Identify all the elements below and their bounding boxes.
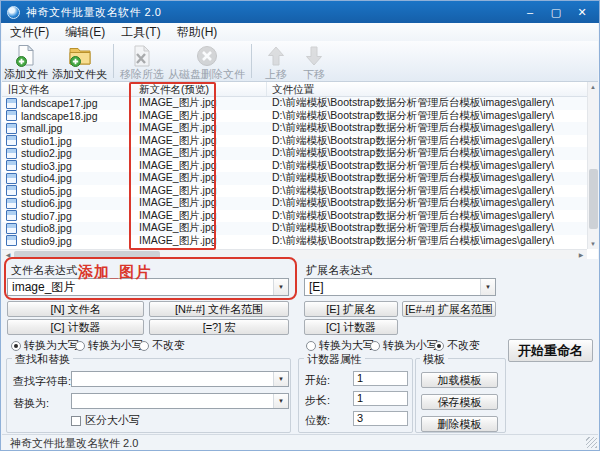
insert-filename-button[interactable]: [N] 文件名 <box>7 301 144 317</box>
minimize-button[interactable]: – <box>517 1 543 23</box>
insert-extension-button[interactable]: [E] 扩展名 <box>304 301 398 317</box>
radio-label: 转换为大写 <box>319 338 374 353</box>
maximize-button[interactable]: ▢ <box>543 1 569 23</box>
image-file-icon <box>6 210 17 221</box>
find-string-value <box>72 372 273 386</box>
counter-group-label: 计数器属性 <box>304 352 365 367</box>
scroll-left-icon[interactable]: ◀ <box>3 250 13 260</box>
toolbar: 添加文件 添加文件夹 移除所选 从磁盘删除文件 上移 <box>2 41 598 82</box>
chevron-down-icon[interactable]: ▼ <box>480 279 495 295</box>
chevron-down-icon[interactable]: ▼ <box>273 279 288 295</box>
table-row[interactable]: studio1.jpg IMAGE_图片.jpg D:\前端模板\Bootstr… <box>2 135 598 148</box>
radio-label: 转换为小写 <box>88 338 143 353</box>
ext-uppercase-radio[interactable]: 转换为大写 <box>306 338 374 353</box>
toolbar-move-down[interactable]: 下移 <box>302 43 326 80</box>
old-file-cell: studio7.jpg <box>2 210 130 222</box>
close-button[interactable]: ✕ <box>569 1 595 23</box>
add-file-icon <box>14 43 38 68</box>
table-row[interactable]: landscape17.jpg IMAGE_图片.jpg D:\前端模板\Boo… <box>2 97 598 110</box>
title-bar[interactable]: 神奇文件批量改名软件 2.0 – ▢ ✕ <box>1 1 599 23</box>
template-group-label: 模板 <box>420 352 448 367</box>
toolbar-label: 添加文件 <box>4 68 48 80</box>
table-row[interactable]: studio5.jpg IMAGE_图片.jpg D:\前端模板\Bootstr… <box>2 185 598 198</box>
ext-lowercase-radio[interactable]: 转换为小写 <box>370 338 438 353</box>
counter-start-input[interactable]: 1 <box>353 371 408 386</box>
replace-with-combo[interactable]: ▼ <box>71 393 289 409</box>
table-row[interactable]: studio3.jpg IMAGE_图片.jpg D:\前端模板\Bootstr… <box>2 160 598 173</box>
insert-filename-range-button[interactable]: [N#-#] 文件名范围 <box>149 301 289 317</box>
col-location[interactable]: 文件位置 <box>267 82 598 96</box>
image-file-icon <box>6 173 17 184</box>
checkbox-label: 区分大小写 <box>85 413 140 428</box>
menu-tools[interactable]: 工具(T) <box>113 23 168 42</box>
menu-help[interactable]: 帮助(H) <box>169 23 226 42</box>
radio-icon <box>434 341 444 351</box>
ext-nochange-radio[interactable]: 不改变 <box>434 338 480 353</box>
toolbar-add-folder[interactable]: 添加文件夹 <box>52 43 107 80</box>
table-row[interactable]: studio4.jpg IMAGE_图片.jpg D:\前端模板\Bootstr… <box>2 172 598 185</box>
table-row[interactable]: studio6.jpg IMAGE_图片.jpg D:\前端模板\Bootstr… <box>2 197 598 210</box>
table-row[interactable]: small.jpg IMAGE_图片.jpg D:\前端模板\Bootstrap… <box>2 122 598 135</box>
col-new-name[interactable]: 新文件名(预览) <box>130 82 267 96</box>
resize-grip[interactable] <box>586 437 597 448</box>
chevron-down-icon[interactable]: ▼ <box>273 372 288 386</box>
delete-template-button[interactable]: 删除模板 <box>421 416 498 432</box>
insert-extension-range-button[interactable]: [E#-#] 扩展名范围 <box>402 301 496 317</box>
case-sensitive-checkbox[interactable]: 区分大小写 <box>71 413 140 428</box>
horizontal-scrollbar-thumb[interactable] <box>14 251 160 259</box>
filename-nochange-radio[interactable]: 不改变 <box>139 338 185 353</box>
toolbar-label: 添加文件夹 <box>52 68 107 80</box>
scroll-right-icon[interactable]: ▶ <box>576 250 586 260</box>
counter-step-label: 步长: <box>305 393 330 408</box>
image-file-icon <box>6 123 17 134</box>
app-icon <box>7 6 20 19</box>
save-template-button[interactable]: 保存模板 <box>421 394 498 410</box>
col-old-name[interactable]: 旧文件名 <box>2 82 130 96</box>
vertical-scrollbar[interactable]: ▲ ▼ <box>587 82 598 249</box>
scroll-down-icon[interactable]: ▼ <box>588 239 598 249</box>
filename-lowercase-radio[interactable]: 转换为小写 <box>75 338 143 353</box>
image-file-icon <box>6 135 17 146</box>
toolbar-add-file[interactable]: 添加文件 <box>4 43 48 80</box>
vertical-scrollbar-thumb[interactable] <box>589 169 598 229</box>
table-row[interactable]: studio7.jpg IMAGE_图片.jpg D:\前端模板\Bootstr… <box>2 210 598 223</box>
insert-ext-counter-button[interactable]: [C] 计数器 <box>304 319 398 335</box>
counter-digits-input[interactable]: 3 <box>353 411 408 426</box>
image-file-icon <box>6 185 17 196</box>
find-string-combo[interactable]: ▼ <box>71 371 289 387</box>
table-row[interactable]: studio2.jpg IMAGE_图片.jpg D:\前端模板\Bootstr… <box>2 147 598 160</box>
scroll-up-icon[interactable]: ▲ <box>588 82 598 92</box>
status-text: 神奇文件批量改名软件 2.0 <box>10 436 138 451</box>
image-file-icon <box>6 223 17 234</box>
menu-file[interactable]: 文件(F) <box>2 23 57 42</box>
menu-edit[interactable]: 编辑(E) <box>57 23 113 42</box>
toolbar-move-up[interactable]: 上移 <box>264 43 288 80</box>
filename-expression-label: 文件名表达式 <box>11 263 77 278</box>
load-template-button[interactable]: 加载模板 <box>421 372 498 388</box>
extension-expression-combo[interactable]: [E] ▼ <box>304 278 496 296</box>
toolbar-remove-selected[interactable]: 移除所选 <box>120 43 164 80</box>
insert-counter-button[interactable]: [C] 计数器 <box>7 319 144 335</box>
chevron-down-icon[interactable]: ▼ <box>273 394 288 408</box>
insert-macro-button[interactable]: [=?] 宏 <box>149 319 289 335</box>
filename-expression-combo[interactable]: image_图片 ▼ <box>7 278 289 296</box>
horizontal-scrollbar[interactable]: ◀ ▶ <box>2 249 587 259</box>
table-row[interactable]: studio9.jpg IMAGE_图片.jpg D:\前端模板\Bootstr… <box>2 235 598 248</box>
filename-uppercase-radio[interactable]: 转换为大写 <box>11 338 79 353</box>
image-file-icon <box>6 198 17 209</box>
checkbox-icon <box>71 416 81 426</box>
counter-step-input[interactable]: 1 <box>353 391 408 406</box>
move-up-icon <box>264 43 288 68</box>
toolbar-label: 移除所选 <box>120 68 164 80</box>
old-file-cell: studio1.jpg <box>2 135 130 147</box>
toolbar-separator <box>251 44 252 78</box>
table-row[interactable]: studio8.jpg IMAGE_图片.jpg D:\前端模板\Bootstr… <box>2 222 598 235</box>
table-header: 旧文件名 新文件名(预览) 文件位置 <box>2 82 598 97</box>
old-file-name: studio7.jpg <box>21 210 72 222</box>
app-window: 神奇文件批量改名软件 2.0 – ▢ ✕ 文件(F) 编辑(E) 工具(T) 帮… <box>0 0 600 451</box>
old-file-name: landscape18.jpg <box>21 110 97 122</box>
table-row[interactable]: landscape18.jpg IMAGE_图片.jpg D:\前端模板\Boo… <box>2 110 598 123</box>
old-file-cell: studio4.jpg <box>2 172 130 184</box>
toolbar-delete-from-disk[interactable]: 从磁盘删除文件 <box>168 43 245 80</box>
start-rename-button[interactable]: 开始重命名 <box>508 339 593 362</box>
